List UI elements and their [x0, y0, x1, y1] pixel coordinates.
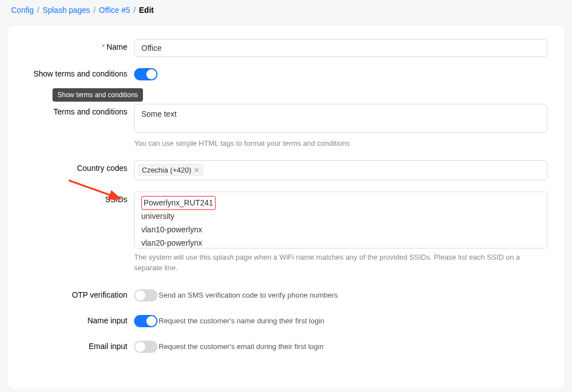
tag-remove-icon[interactable]: ✕ [194, 166, 199, 174]
ssids-help-text: The system will use this splash page whe… [134, 252, 547, 274]
breadcrumb-separator: / [93, 6, 96, 15]
ssid-line: vlan10-powerlynx [141, 223, 540, 237]
row-ssids: SSIDs Powerlynx_RUT241 university vlan10… [25, 192, 547, 274]
terms-help-text: You can use simple HTML tags to format y… [134, 138, 547, 149]
form-card: *Name Show terms and conditions Show ter… [8, 26, 564, 389]
row-show-terms: Show terms and conditions Show terms and… [25, 68, 547, 80]
label-name: *Name [25, 39, 134, 51]
row-country-codes: Country codes Czechia (+420) ✕ [25, 160, 547, 180]
tooltip-show-terms: Show terms and conditions [53, 88, 143, 102]
row-terms: Terms and conditions Some text You can u… [25, 104, 547, 149]
required-asterisk: * [102, 42, 104, 51]
row-otp: OTP verification Send an SMS verificatio… [25, 289, 547, 302]
label-show-terms: Show terms and conditions [25, 68, 134, 78]
ssid-line: university [141, 210, 540, 223]
row-name-input: Name input Request the customer's name d… [25, 315, 547, 327]
email-input-description: Request the customer's email during thei… [159, 342, 323, 351]
ssid-highlighted: Powerlynx_RUT241 [141, 196, 216, 211]
breadcrumb-current: Edit [139, 6, 154, 15]
ssids-textarea[interactable]: Powerlynx_RUT241 university vlan10-power… [134, 192, 547, 248]
otp-description: Send an SMS verification code to verify … [159, 291, 338, 299]
country-codes-select[interactable]: Czechia (+420) ✕ [134, 160, 547, 180]
terms-textarea[interactable]: Some text [134, 104, 547, 133]
breadcrumb: Config / Splash pages / Office #5 / Edit [0, 0, 572, 20]
row-email-input: Email input Request the customer's email… [25, 341, 547, 353]
label-terms: Terms and conditions [25, 104, 134, 116]
show-terms-toggle[interactable] [134, 68, 158, 80]
breadcrumb-link-splash-pages[interactable]: Splash pages [42, 6, 90, 15]
breadcrumb-separator: / [37, 6, 39, 15]
breadcrumb-link-config[interactable]: Config [11, 6, 34, 15]
breadcrumb-link-office[interactable]: Office #5 [99, 6, 130, 15]
otp-toggle[interactable] [134, 289, 158, 302]
label-name-input: Name input [25, 315, 134, 325]
country-tag-label: Czechia (+420) [142, 166, 192, 174]
country-tag: Czechia (+420) ✕ [138, 164, 203, 176]
row-name: *Name [25, 39, 547, 57]
email-input-toggle[interactable] [134, 341, 158, 353]
label-ssids: SSIDs [25, 192, 134, 204]
breadcrumb-separator: / [134, 6, 136, 15]
label-country-codes: Country codes [25, 160, 134, 173]
label-otp: OTP verification [25, 289, 134, 299]
name-input-toggle[interactable] [134, 315, 158, 327]
ssid-line: vlan20-powerlynx [141, 237, 540, 248]
name-input-description: Request the customer's name during their… [159, 317, 325, 325]
label-email-input: Email input [25, 341, 134, 351]
name-input-field[interactable] [134, 39, 547, 57]
